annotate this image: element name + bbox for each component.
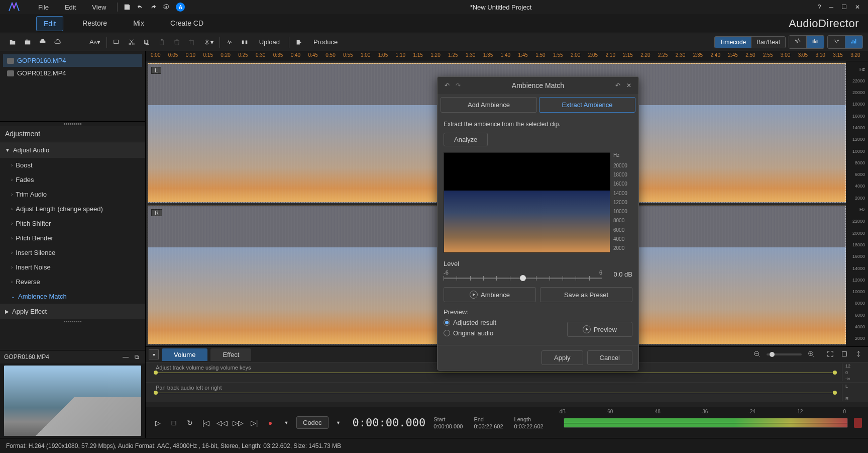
adj-insert-silence[interactable]: ›Insert Silence (0, 245, 145, 260)
marker-icon[interactable]: ▾ (199, 35, 218, 49)
minimize-icon[interactable]: ─ (825, 2, 837, 13)
adj-pitch-bender[interactable]: ›Pitch Bender (0, 231, 145, 245)
video-preview[interactable] (4, 366, 141, 436)
save-preset-button[interactable]: Save as Preset (540, 287, 632, 302)
normalize-icon[interactable] (222, 35, 237, 49)
dlg-redo-icon[interactable]: ↷ (453, 80, 464, 91)
dlg-reset-icon[interactable]: ↶ (612, 80, 623, 91)
cloud-icon[interactable] (50, 35, 65, 49)
produce-button[interactable]: Produce (306, 36, 345, 48)
maximize-icon[interactable]: ☐ (837, 2, 851, 13)
level-slider[interactable] (444, 278, 602, 279)
adj-reverse[interactable]: ›Reverse (0, 275, 145, 289)
timecode-toggle[interactable]: Timecode (715, 37, 751, 48)
menu-view[interactable]: View (84, 2, 114, 13)
peak-indicator[interactable] (854, 418, 862, 428)
menu-edit[interactable]: Edit (57, 2, 84, 13)
adj-trim-audio[interactable]: ›Trim Audio (0, 187, 145, 202)
cancel-button[interactable]: Cancel (587, 350, 632, 365)
dlg-undo-icon[interactable]: ↶ (442, 80, 453, 91)
rewind-icon[interactable]: ◁◁ (216, 417, 228, 429)
volume-keyframe[interactable] (154, 371, 158, 375)
splitter-handle[interactable] (0, 122, 145, 126)
media-item[interactable]: GOPR0160.MP4 (3, 54, 142, 67)
tab-extract-ambience[interactable]: Extract Ambience (539, 97, 635, 113)
media-item[interactable]: GOPR0182.MP4 (3, 67, 142, 79)
crop-icon[interactable] (184, 35, 199, 49)
eq-view-icon[interactable] (806, 36, 824, 48)
zoom-slider[interactable] (767, 353, 802, 355)
copy-icon[interactable] (139, 35, 154, 49)
loop-icon[interactable]: ↻ (184, 417, 196, 429)
adj-adjust-length[interactable]: ›Adjust Length (change speed) (0, 202, 145, 216)
splitter-handle[interactable] (0, 319, 145, 323)
track-collapse-icon[interactable]: ▾ (149, 349, 159, 359)
apply-button[interactable]: Apply (541, 350, 583, 365)
adj-insert-noise[interactable]: ›Insert Noise (0, 260, 145, 275)
undo-icon[interactable] (134, 2, 147, 13)
zoom-vertical-icon[interactable] (852, 349, 865, 360)
adj-ambience-match[interactable]: ⌄Ambience Match (0, 289, 145, 304)
zoom-selection-icon[interactable] (838, 349, 851, 360)
pan-keyframe[interactable] (154, 391, 158, 395)
ambience-play-button[interactable]: Ambience (444, 287, 536, 302)
record-icon[interactable]: ● (264, 417, 276, 429)
textsize-icon[interactable]: AA▾ (85, 35, 104, 49)
upload-button[interactable]: Upload (252, 36, 287, 48)
mode-mix[interactable]: Mix (126, 16, 151, 31)
account-icon[interactable]: A (173, 1, 188, 14)
tab-effect[interactable]: Effect (210, 348, 251, 361)
tab-volume[interactable]: Volume (162, 348, 207, 361)
channel-icon[interactable] (237, 35, 252, 49)
time-ruler[interactable]: 0:000:050:100:150:200:250:300:350:400:45… (146, 51, 868, 61)
analyze-button[interactable]: Analyze (444, 133, 488, 146)
forward-icon[interactable]: ▷▷ (232, 417, 244, 429)
settings-icon[interactable] (160, 2, 173, 13)
pan-track[interactable]: Pan track audio left or right LR (146, 382, 868, 402)
spectro-display-icon[interactable] (845, 36, 862, 48)
mode-restore[interactable]: Restore (75, 16, 114, 31)
adj-pitch-shifter[interactable]: ›Pitch Shifter (0, 216, 145, 231)
paste-icon[interactable] (154, 35, 169, 49)
preview-minimize-icon[interactable]: — (121, 352, 131, 361)
volume-keyframe[interactable] (833, 371, 837, 375)
preview-popout-icon[interactable]: ⧉ (133, 352, 141, 361)
menu-file[interactable]: File (30, 2, 57, 13)
import-file-icon[interactable] (5, 35, 20, 49)
zoom-fit-icon[interactable] (824, 349, 837, 360)
mode-edit[interactable]: Edit (36, 16, 63, 31)
level-slider-thumb[interactable] (520, 275, 526, 281)
zoom-thumb[interactable] (770, 352, 775, 357)
next-icon[interactable]: ▷| (248, 417, 260, 429)
cloud-download-icon[interactable] (35, 35, 50, 49)
redo-icon[interactable] (147, 2, 160, 13)
wave-display-icon[interactable] (828, 36, 845, 48)
save-icon[interactable] (121, 2, 134, 13)
apply-effect-section[interactable]: ▶Apply Effect (0, 304, 145, 319)
delete-icon[interactable] (169, 35, 184, 49)
prev-icon[interactable]: |◁ (200, 417, 212, 429)
play-icon[interactable]: ▷ (152, 417, 164, 429)
codec-button[interactable]: Codec (296, 416, 329, 429)
help-icon[interactable]: ? (814, 2, 825, 13)
adj-fades[interactable]: ›Fades (0, 172, 145, 187)
pan-keyframe[interactable] (833, 391, 837, 395)
zoom-out-icon[interactable] (750, 349, 764, 360)
record-menu-icon[interactable]: ▼ (280, 417, 292, 429)
radio-adjusted-result[interactable]: Adjusted result (444, 319, 561, 326)
adjust-audio-section[interactable]: ▼Adjust Audio (0, 142, 145, 158)
tab-add-ambience[interactable]: Add Ambience (441, 97, 537, 113)
radio-original-audio[interactable]: Original audio (444, 329, 561, 337)
preview-button[interactable]: Preview (567, 322, 632, 337)
select-icon[interactable] (109, 35, 124, 49)
cut-icon[interactable] (124, 35, 139, 49)
close-icon[interactable]: ✕ (851, 2, 864, 13)
dlg-close-icon[interactable]: ✕ (623, 80, 634, 91)
adj-boost[interactable]: ›Boost (0, 158, 145, 172)
waveform-view-icon[interactable] (789, 36, 806, 48)
import-folder-icon[interactable] (20, 35, 35, 49)
zoom-in-icon[interactable] (805, 349, 818, 360)
stop-icon[interactable]: □ (168, 417, 180, 429)
codec-menu-icon[interactable]: ▼ (333, 417, 345, 429)
export-icon[interactable] (291, 35, 306, 49)
